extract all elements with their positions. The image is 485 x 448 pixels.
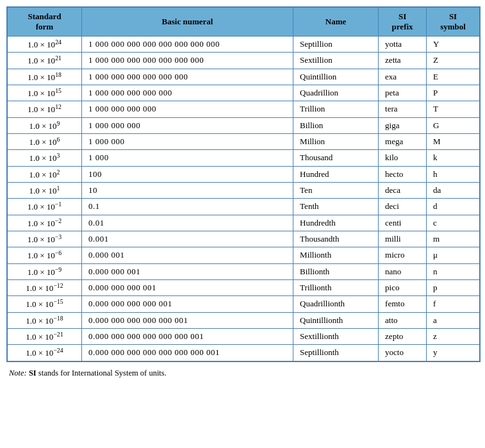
cell-si-symbol: Z [427, 53, 480, 69]
table-row: 1.0 × 10151 000 000 000 000 000Quadrilli… [8, 85, 480, 101]
cell-basic-numeral: 1 000 000 000 000 000 000 [81, 69, 293, 85]
cell-basic-numeral: 0.000 000 000 000 000 000 001 [81, 328, 293, 344]
cell-name: Billionth [293, 263, 379, 279]
cell-standard-form: 1.0 × 10−6 [8, 247, 82, 263]
cell-si-prefix: tera [379, 101, 427, 117]
table-row: 1.0 × 1031 000Thousandkilok [8, 150, 480, 166]
cell-standard-form: 1.0 × 1015 [8, 85, 82, 101]
cell-name: Trillionth [293, 279, 379, 295]
table-row: 1.0 × 10−10.1Tenthdecid [8, 199, 480, 215]
table-row: 1.0 × 1091 000 000 000BilliongigaG [8, 117, 480, 133]
cell-si-symbol: M [427, 133, 480, 149]
cell-standard-form: 1.0 × 10−1 [8, 199, 82, 215]
cell-name: Quadrillion [293, 85, 379, 101]
cell-si-prefix: hecto [379, 166, 427, 182]
cell-si-symbol: G [427, 117, 480, 133]
cell-basic-numeral: 100 [81, 166, 293, 182]
cell-standard-form: 1.0 × 10−3 [8, 231, 82, 247]
table-row: 1.0 × 10−120.000 000 000 001Trillionthpi… [8, 279, 480, 295]
cell-name: Thousand [293, 150, 379, 166]
cell-basic-numeral: 0.000 001 [81, 247, 293, 263]
cell-name: Sextillionth [293, 328, 379, 344]
cell-si-symbol: Y [427, 37, 480, 53]
cell-standard-form: 1.0 × 103 [8, 150, 82, 166]
table-row: 1.0 × 10121 000 000 000 000TrillionteraT [8, 101, 480, 117]
cell-si-prefix: centi [379, 215, 427, 231]
table-row: 1.0 × 10110Tendecada [8, 182, 480, 198]
cell-si-prefix: atto [379, 312, 427, 328]
table-row: 1.0 × 102100Hundredhectoh [8, 166, 480, 182]
cell-si-symbol: a [427, 312, 480, 328]
cell-name: Septillionth [293, 345, 379, 361]
cell-si-prefix: pico [379, 279, 427, 295]
cell-standard-form: 1.0 × 10−9 [8, 263, 82, 279]
cell-si-prefix: zepto [379, 328, 427, 344]
cell-si-symbol: T [427, 101, 480, 117]
header-si-prefix: SIprefix [379, 8, 427, 37]
table-row: 1.0 × 10−90.000 000 001Billionthnanon [8, 263, 480, 279]
table-row: 1.0 × 10−180.000 000 000 000 000 001Quin… [8, 312, 480, 328]
table-row: 1.0 × 10−210.000 000 000 000 000 000 001… [8, 328, 480, 344]
cell-si-prefix: exa [379, 69, 427, 85]
cell-standard-form: 1.0 × 10−12 [8, 279, 82, 295]
cell-si-prefix: micro [379, 247, 427, 263]
cell-si-symbol: d [427, 199, 480, 215]
cell-basic-numeral: 0.000 000 000 001 [81, 279, 293, 295]
cell-si-symbol: n [427, 263, 480, 279]
cell-si-symbol: c [427, 215, 480, 231]
cell-basic-numeral: 0.000 000 001 [81, 263, 293, 279]
si-prefix-table: Standardform Basic numeral Name SIprefix… [7, 7, 480, 361]
cell-basic-numeral: 0.000 000 000 000 000 000 000 001 [81, 345, 293, 361]
cell-name: Quintillionth [293, 312, 379, 328]
table-row: 1.0 × 10−240.000 000 000 000 000 000 000… [8, 345, 480, 361]
table-row: 1.0 × 10241 000 000 000 000 000 000 000 … [8, 37, 480, 53]
cell-name: Ten [293, 182, 379, 198]
cell-basic-numeral: 0.001 [81, 231, 293, 247]
table-row: 1.0 × 10211 000 000 000 000 000 000 000S… [8, 53, 480, 69]
cell-name: Billion [293, 117, 379, 133]
cell-name: Tenth [293, 199, 379, 215]
cell-standard-form: 1.0 × 10−24 [8, 345, 82, 361]
cell-name: Hundred [293, 166, 379, 182]
cell-si-prefix: giga [379, 117, 427, 133]
cell-standard-form: 1.0 × 1024 [8, 37, 82, 53]
cell-si-symbol: E [427, 69, 480, 85]
cell-basic-numeral: 1 000 000 000 000 000 000 000 [81, 53, 293, 69]
cell-name: Hundredth [293, 215, 379, 231]
main-table-container: Standardform Basic numeral Name SIprefix… [6, 6, 481, 362]
cell-si-symbol: p [427, 279, 480, 295]
cell-basic-numeral: 0.000 000 000 000 000 001 [81, 312, 293, 328]
cell-standard-form: 1.0 × 102 [8, 166, 82, 182]
cell-name: Septillion [293, 37, 379, 53]
cell-name: Millionth [293, 247, 379, 263]
cell-si-prefix: milli [379, 231, 427, 247]
header-name: Name [293, 8, 379, 37]
cell-standard-form: 1.0 × 1018 [8, 69, 82, 85]
cell-standard-form: 1.0 × 106 [8, 133, 82, 149]
cell-basic-numeral: 0.01 [81, 215, 293, 231]
cell-si-symbol: da [427, 182, 480, 198]
table-row: 1.0 × 10−150.000 000 000 000 001Quadrill… [8, 296, 480, 312]
cell-si-prefix: yocto [379, 345, 427, 361]
cell-si-prefix: nano [379, 263, 427, 279]
table-row: 1.0 × 10181 000 000 000 000 000 000Quint… [8, 69, 480, 85]
table-row: 1.0 × 10−60.000 001Millionthmicroμ [8, 247, 480, 263]
cell-si-prefix: deci [379, 199, 427, 215]
cell-si-prefix: yotta [379, 37, 427, 53]
table-row: 1.0 × 10−20.01Hundredthcentic [8, 215, 480, 231]
cell-si-symbol: k [427, 150, 480, 166]
cell-name: Million [293, 133, 379, 149]
cell-si-prefix: deca [379, 182, 427, 198]
header-si-symbol: SIsymbol [427, 8, 480, 37]
cell-standard-form: 1.0 × 109 [8, 117, 82, 133]
cell-si-prefix: femto [379, 296, 427, 312]
cell-standard-form: 1.0 × 101 [8, 182, 82, 198]
cell-basic-numeral: 1 000 000 000 000 000 [81, 85, 293, 101]
cell-name: Quintillion [293, 69, 379, 85]
cell-standard-form: 1.0 × 1021 [8, 53, 82, 69]
cell-standard-form: 1.0 × 1012 [8, 101, 82, 117]
cell-standard-form: 1.0 × 10−18 [8, 312, 82, 328]
cell-si-symbol: P [427, 85, 480, 101]
cell-si-prefix: peta [379, 85, 427, 101]
cell-si-symbol: h [427, 166, 480, 182]
